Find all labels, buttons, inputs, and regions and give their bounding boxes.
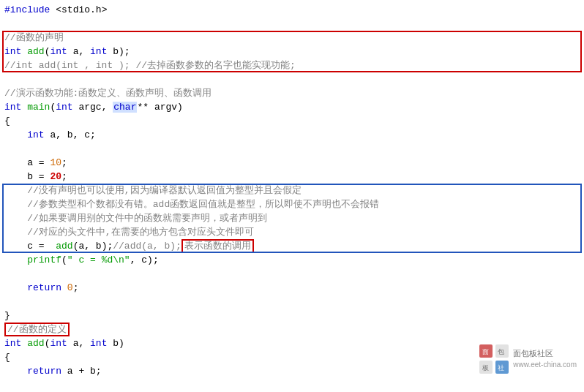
- line-22: [0, 295, 584, 309]
- line-13: b = 20;: [0, 170, 584, 184]
- line-19: printf(" c = %d\n", c);: [0, 253, 584, 267]
- blue-comment-block: //没有声明也可以使用,因为编译器默认返回值为整型并且会假定 //参数类型和个数…: [0, 184, 584, 253]
- watermark-line1: 面包板社区: [513, 348, 577, 359]
- watermark-text-block: 面包板社区 www.eet-china.com: [513, 348, 577, 369]
- line-3: //函数的声明: [0, 31, 584, 45]
- line-24: //函数的定义: [0, 323, 584, 336]
- line-10: int a, b, c;: [0, 128, 584, 142]
- line-20: [0, 267, 584, 281]
- watermark: 面 包 板 社 面包板社区 www.eet-china.com: [479, 344, 577, 374]
- line-16: //如果要调用别的文件中的函数就需要声明，或者声明到: [0, 211, 584, 225]
- watermark-line2: www.eet-china.com: [513, 360, 577, 370]
- line-14: //没有声明也可以使用,因为编译器默认返回值为整型并且会假定: [0, 184, 584, 197]
- line-23: }: [0, 309, 584, 323]
- svg-text:面: 面: [482, 348, 489, 355]
- line-8: int main(int argc, char** argv): [0, 100, 584, 114]
- watermark-logo: 面 包 板 社: [479, 344, 509, 374]
- cursor-highlight: char: [113, 102, 137, 113]
- code-editor: #include <stdio.h> //函数的声明 int add(int a…: [0, 0, 584, 381]
- svg-text:社: 社: [498, 364, 504, 372]
- line-5: //int add(int , int ); //去掉函数参数的名字也能实现功能…: [0, 59, 584, 72]
- svg-text:板: 板: [482, 364, 489, 372]
- line-18: c = add(a, b);//add(a, b);表示函数的调用: [0, 239, 584, 253]
- line-15: //参数类型和个数都没有错。add函数返回值就是整型，所以即使不声明也不会报错: [0, 197, 584, 211]
- line-17: //对应的头文件中,在需要的地方包含对应头文件即可: [0, 225, 584, 239]
- line-6: [0, 72, 584, 86]
- preprocessor-keyword: #include: [4, 4, 50, 15]
- red-box-definition-label: //函数的定义: [4, 323, 70, 336]
- line-7: //演示函数功能:函数定义、函数声明、函数调用: [0, 86, 584, 100]
- line-9: {: [0, 114, 584, 128]
- line-12: a = 10;: [0, 156, 584, 170]
- inline-red-box-call: 表示函数的调用: [181, 239, 254, 253]
- line-1: #include <stdio.h>: [0, 3, 584, 17]
- declaration-section: //函数的声明 int add(int a, int b); //int add…: [0, 31, 584, 72]
- line-2: [0, 17, 584, 31]
- line-11: [0, 142, 584, 156]
- line-4: int add(int a, int b);: [0, 45, 584, 59]
- line-21: return 0;: [0, 281, 584, 295]
- svg-text:包: 包: [498, 348, 504, 355]
